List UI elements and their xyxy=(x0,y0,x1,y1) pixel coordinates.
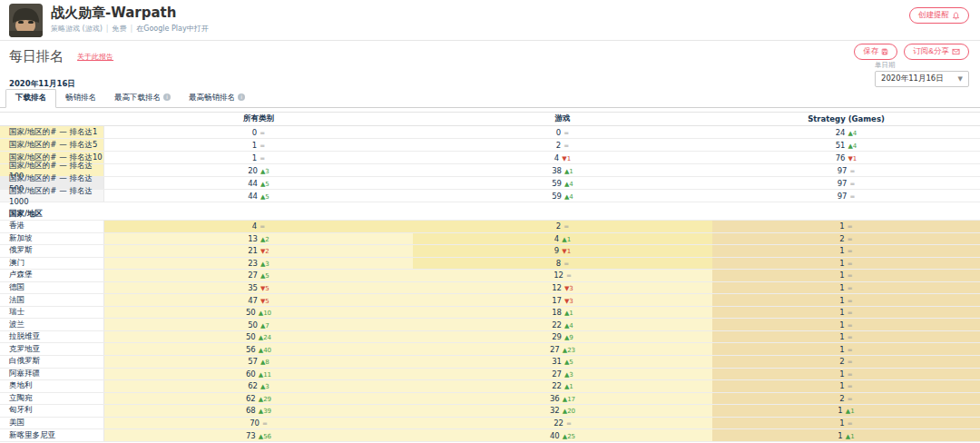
rank-value: 1= xyxy=(839,320,852,330)
rank-value: 97= xyxy=(838,166,856,175)
country-section-label: 国家/地区 xyxy=(0,202,980,221)
rank-up-indicator: ▲1 xyxy=(564,310,573,317)
rank-cell: 40▲25 xyxy=(413,429,712,441)
table-row: 澳门23▲38=1= xyxy=(0,258,980,271)
rank-cell: 29▲9 xyxy=(413,331,712,343)
rank-cell: 1= xyxy=(712,307,980,319)
table-row: 国家/地区的# — 排名达10020▲338▲197= xyxy=(0,164,980,177)
tab-1[interactable]: 畅销排名 xyxy=(56,90,105,107)
rank-value: 59▲4 xyxy=(552,179,573,188)
rank-value: 2= xyxy=(839,234,852,243)
rank-value: 62▲29 xyxy=(246,394,271,403)
rank-down-indicator: ▼3 xyxy=(564,298,573,305)
rank-flat-indicator: = xyxy=(849,168,855,175)
rank-flat-indicator: = xyxy=(848,347,853,354)
rank-cell: 9▼1 xyxy=(413,245,712,257)
date-select-value: 2020年11月16日 xyxy=(881,74,944,84)
rank-cell: 2= xyxy=(413,139,712,151)
rank-up-indicator: ▲5 xyxy=(260,193,270,201)
rank-flat-indicator: = xyxy=(848,334,853,341)
rank-cell: 24▲4 xyxy=(712,126,980,138)
rank-cell: 1= xyxy=(712,221,980,232)
table-row: 白俄罗斯57▲831▲52= xyxy=(0,356,980,369)
rank-flat-indicator: = xyxy=(848,236,853,243)
rank-cell: 2= xyxy=(413,221,712,232)
rank-value: 70= xyxy=(250,418,268,428)
rank-flat-indicator: = xyxy=(848,248,853,255)
rank-value: 12= xyxy=(554,271,572,280)
date-select-dropdown[interactable]: 2020年11月16日 ▼ xyxy=(875,71,969,87)
row-label: 奥地利 xyxy=(0,380,104,392)
rank-flat-indicator: = xyxy=(848,420,853,428)
rank-flat-indicator: = xyxy=(848,261,853,268)
summary-rows: 国家/地区的# — 排名达10=0=24▲4国家/地区的# — 排名达51=2=… xyxy=(0,126,980,202)
subscribe-share-label: 订阅&分享 xyxy=(913,46,949,57)
rank-value: 59▲4 xyxy=(552,192,573,201)
table-row: 国家/地区的# — 排名达50044▲559▲497= xyxy=(0,177,980,190)
rank-flat-indicator: = xyxy=(260,130,265,137)
tabs: 下载排名畅销排名最高下载排名i最高畅销排名i xyxy=(0,90,980,108)
rank-up-indicator: ▲24 xyxy=(259,334,271,341)
rank-cell: 1▲1 xyxy=(712,405,980,417)
create-alert-button[interactable]: 创建提醒 xyxy=(909,7,969,24)
rank-value: 97= xyxy=(838,179,856,188)
rank-up-indicator: ▲40 xyxy=(259,347,271,354)
rank-value: 21▼2 xyxy=(248,246,270,255)
rank-up-indicator: ▲1 xyxy=(562,236,571,243)
rank-value: 60▲11 xyxy=(246,369,271,379)
rank-value: 27▲3 xyxy=(552,369,573,379)
rank-value: 23▲3 xyxy=(248,259,270,268)
rank-cell: 2= xyxy=(712,356,980,368)
rank-cell: 73▲56 xyxy=(104,429,413,441)
rank-flat-indicator: = xyxy=(848,298,853,305)
google-play-link[interactable]: 在Google Play中打开 xyxy=(136,25,208,33)
tab-3[interactable]: 最高畅销排名i xyxy=(180,90,254,107)
info-icon[interactable]: i xyxy=(163,94,171,101)
rank-up-indicator: ▲5 xyxy=(564,359,573,366)
rank-value: 51▲4 xyxy=(836,141,858,150)
app-price: 免费 xyxy=(113,25,127,33)
row-label: 拉脱维亚 xyxy=(0,331,104,343)
rank-value: 9▼1 xyxy=(554,246,571,255)
table-row: 奥地利62▲322▲11= xyxy=(0,380,980,393)
rank-value: 4▲1 xyxy=(554,234,571,243)
rank-cell: 62▲3 xyxy=(104,380,413,392)
rank-cell: 36▲17 xyxy=(413,393,712,405)
table-row: 拉脱维亚50▲2429▲91= xyxy=(0,331,980,344)
table-row: 俄罗斯21▼29▼11= xyxy=(0,245,980,258)
rank-cell: 44▲5 xyxy=(104,190,413,202)
rank-up-indicator: ▲1 xyxy=(846,433,855,440)
rank-cell: 21▼2 xyxy=(104,245,413,257)
rank-value: 24▲4 xyxy=(836,128,858,137)
rank-flat-indicator: = xyxy=(848,371,853,379)
rank-cell: 70= xyxy=(104,418,413,429)
subscribe-share-button[interactable]: 订阅&分享 xyxy=(904,44,969,60)
tab-2[interactable]: 最高下载排名i xyxy=(105,90,180,107)
rank-cell: 1= xyxy=(712,245,980,257)
rank-value: 2= xyxy=(839,394,852,403)
rank-down-indicator: ▼1 xyxy=(562,155,571,162)
rank-up-indicator: ▲5 xyxy=(260,181,270,188)
rank-down-indicator: ▼3 xyxy=(564,285,573,292)
rank-value: 0= xyxy=(252,128,265,137)
info-icon[interactable]: i xyxy=(238,94,245,101)
rank-cell: 1= xyxy=(104,139,413,151)
tab-0[interactable]: 下载排名 xyxy=(5,89,56,108)
tab-label: 畅销排名 xyxy=(65,93,96,102)
row-label: 俄罗斯 xyxy=(0,245,104,257)
rank-value: 1= xyxy=(839,381,852,390)
rank-cell: 20▲3 xyxy=(104,164,413,176)
column-header-games: 游戏 xyxy=(413,113,712,125)
rank-up-indicator: ▲3 xyxy=(260,168,270,175)
rank-cell: 35▼5 xyxy=(104,282,413,294)
rank-value: 40▲25 xyxy=(550,431,575,440)
rank-value: 38▲1 xyxy=(552,166,573,175)
save-button[interactable]: 保存 xyxy=(854,44,897,60)
rank-cell: 12= xyxy=(413,270,712,281)
tab-label: 最高下载排名 xyxy=(114,93,161,102)
rank-cell: 62▲29 xyxy=(104,393,413,405)
about-report-link[interactable]: 关于此报告 xyxy=(77,53,113,61)
row-label: 法国 xyxy=(0,294,104,306)
app-header: 战火勋章-Warpath 策略游戏 (游戏)|免费|在Google Play中打… xyxy=(0,0,980,41)
page-title: 每日排名 xyxy=(9,48,64,64)
